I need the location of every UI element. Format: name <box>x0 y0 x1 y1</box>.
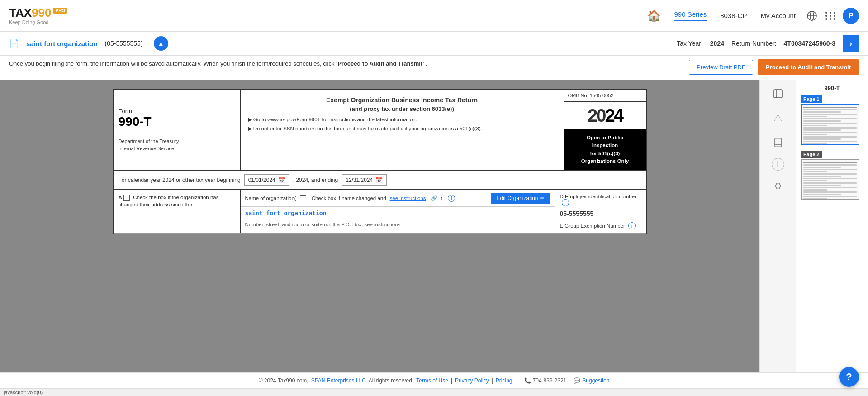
instructions-part1: Once you begin filing the form, the info… <box>9 60 336 67</box>
field-b-col: Name of organization( Check box if name … <box>241 190 555 233</box>
form-number-prefix: Form <box>119 108 235 115</box>
form-center-col: Exempt Organization Business Income Tax … <box>241 90 564 170</box>
footer: © 2024 Tax990.com, SPAN Enterprises LLC … <box>0 372 868 388</box>
phone-icon: 📞 <box>524 377 531 384</box>
tax-year-value: 2024 <box>710 40 724 47</box>
org-name-display: saint fort organization <box>241 207 555 219</box>
preview-draft-btn[interactable]: Preview Draft PDF <box>689 60 753 75</box>
start-date-input[interactable]: 01/01/2024 📅 <box>244 174 289 186</box>
grid-menu-icon[interactable] <box>825 12 836 20</box>
phone-number: 704-839-2321 <box>533 377 567 384</box>
header-icons: P <box>805 8 859 24</box>
form-area: Form 990-T Department of the Treasury In… <box>0 80 759 372</box>
main-layout: Form 990-T Department of the Treasury In… <box>0 80 868 372</box>
instructions-text: Once you begin filing the form, the info… <box>9 59 680 68</box>
name-changed-checkbox[interactable] <box>300 195 306 201</box>
year-display: 2024 <box>564 102 646 129</box>
ein-value: 05-5555555 <box>560 210 641 217</box>
field-a-checkbox[interactable] <box>123 195 130 201</box>
start-date-value: 01/01/2024 <box>248 177 275 183</box>
instructions-part2: . <box>426 60 427 67</box>
address-row: Number, street, and room or suite no. If… <box>241 219 555 230</box>
right-sidebar: ⚠ i ⚙ <box>759 80 796 372</box>
external-link-icon[interactable]: 🔗 <box>431 195 437 201</box>
sidebar-info-icon[interactable]: i <box>772 158 784 171</box>
org-icon: 📄 <box>9 38 19 48</box>
nav-8038cp[interactable]: 8038-CP <box>720 12 747 19</box>
see-instructions-link[interactable]: see instructions <box>390 196 426 201</box>
form-instruction2: ▶ Do not enter SSN numbers on this form … <box>248 125 556 132</box>
form-instruction1: ▶ Go to www.irs.gov/Form990T for instruc… <box>248 116 556 123</box>
proceed-audit-btn[interactable]: Proceed to Audit and Transmit <box>758 59 859 75</box>
suggestion-icon: 💬 <box>574 377 580 384</box>
field-d-info-icon[interactable]: i <box>562 199 569 206</box>
page-2-image <box>801 159 859 200</box>
form-fields-row: A Check the box if the organization has … <box>114 190 646 234</box>
field-a-text: Check the box if the organization has ch… <box>119 195 219 207</box>
org-name-row: Name of organization( Check box if name … <box>241 190 555 207</box>
end-date-input[interactable]: 12/31/2024 📅 <box>342 174 387 186</box>
page-1-label: Page 1 <box>801 95 822 103</box>
next-button[interactable]: › <box>843 35 859 52</box>
footer-pricing-link[interactable]: Pricing <box>496 377 512 384</box>
edit-org-btn[interactable]: Edit Organization ✏ <box>491 193 550 204</box>
help-button[interactable]: ? <box>839 367 859 387</box>
footer-copyright: © 2024 Tax990.com, <box>259 377 308 384</box>
footer-span-link[interactable]: SPAN Enterprises LLC <box>311 377 366 384</box>
field-e-row: E Group Exemption Number i <box>560 220 641 229</box>
logo-tagline: Keep Doing Good <box>9 19 67 25</box>
form-top: Form 990-T Department of the Treasury In… <box>114 90 646 171</box>
status-text: javascript: void(0) <box>4 390 43 395</box>
omb-number: OMB No. 1545-0052 <box>564 90 646 102</box>
language-icon[interactable] <box>805 9 819 23</box>
org-ein: (05-5555555) <box>105 40 143 47</box>
user-avatar[interactable]: P <box>843 8 859 24</box>
footer-suggestion[interactable]: 💬 Suggestion <box>574 377 609 384</box>
field-b-label: Name of organization( <box>245 196 296 201</box>
footer-privacy-link[interactable]: Privacy Policy <box>455 377 489 384</box>
svg-rect-3 <box>774 90 782 98</box>
sidebar-warning-icon[interactable]: ⚠ <box>769 109 787 127</box>
instructions-bold: 'Proceed to Audit and Transmit' <box>336 60 424 67</box>
return-number-label: Return Number: <box>731 40 777 47</box>
nav-my-account[interactable]: My Account <box>760 12 796 19</box>
logo-tax: TAX <box>9 6 32 19</box>
sub-header: 📄 saint fort organization (05-5555555) ▲… <box>0 32 868 56</box>
footer-terms-link[interactable]: Terms of Use <box>416 377 448 384</box>
header: TAX990PRO Keep Doing Good 🏠 990 Series 8… <box>0 0 868 32</box>
page-2-thumb[interactable]: Page 2 <box>801 150 863 200</box>
sidebar-settings-icon[interactable]: ⚙ <box>769 177 787 195</box>
pages-panel: 990-T Page 1 <box>796 80 868 372</box>
home-icon[interactable]: 🏠 <box>647 10 661 22</box>
dept-text: Department of the Treasury Internal Reve… <box>119 138 235 152</box>
form-number: 990-T <box>119 115 235 129</box>
footer-sep2: | <box>492 377 493 384</box>
org-name[interactable]: saint fort organization <box>26 40 98 48</box>
tax-info: Tax Year: 2024 Return Number: 4T00347245… <box>677 40 835 47</box>
calendar-year-label: For calendar year 2024 or other tax year… <box>119 177 241 183</box>
field-d-label: D Employer identification number i <box>560 194 641 206</box>
status-bar: javascript: void(0) <box>0 388 868 396</box>
end-date-value: 12/31/2024 <box>346 177 373 183</box>
field-a-col: A Check the box if the organization has … <box>114 190 241 233</box>
return-number-value: 4T00347245960-3 <box>784 40 835 47</box>
footer-phone: 📞 704-839-2321 <box>524 377 567 384</box>
field-b-paren: ) <box>441 196 443 201</box>
suggestion-label: Suggestion <box>582 377 609 384</box>
sidebar-book-icon[interactable] <box>769 134 787 152</box>
form-title-line2: (and proxy tax under section 6033(e)) <box>248 105 556 112</box>
page-2-label: Page 2 <box>801 151 822 158</box>
field-b-info-icon[interactable]: i <box>448 195 455 202</box>
edit-org-icon: ✏ <box>540 195 545 201</box>
page-1-thumb[interactable]: Page 1 <box>801 95 863 145</box>
collapse-btn[interactable]: ▲ <box>154 36 168 51</box>
sidebar-nav-icon[interactable] <box>769 85 787 103</box>
nav-990-series[interactable]: 990 Series <box>674 10 707 21</box>
form-label-top: 990-T <box>801 85 863 91</box>
field-e-info-icon[interactable]: i <box>628 222 636 229</box>
page-1-image <box>801 104 859 145</box>
date-separator: , 2024, and ending <box>293 177 338 183</box>
start-date-calendar-icon[interactable]: 📅 <box>278 177 285 183</box>
instructions-bar: Once you begin filing the form, the info… <box>0 56 868 80</box>
end-date-calendar-icon[interactable]: 📅 <box>375 177 383 183</box>
